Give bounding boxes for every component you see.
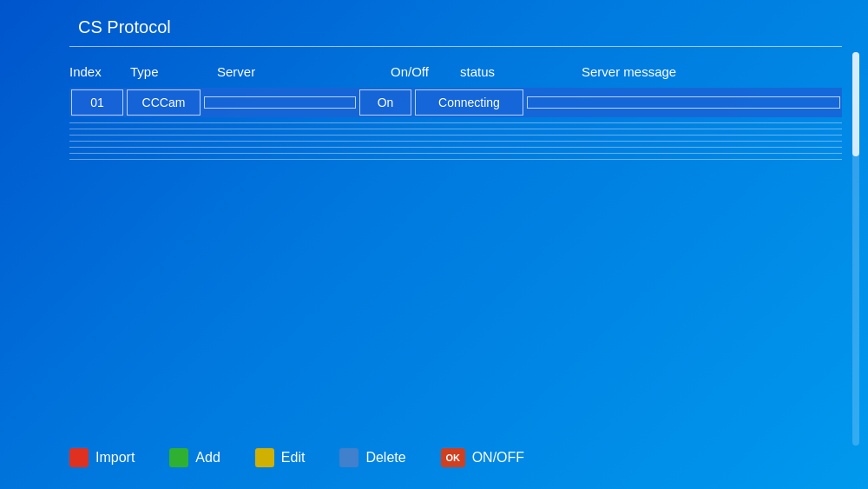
col-header-server: Server (217, 64, 391, 79)
col-header-onoff: On/Off (391, 64, 460, 79)
cell-type-1: CCCam (127, 89, 201, 116)
row-selected-bg: 01 CCCam On Connecting (69, 88, 842, 117)
delete-button[interactable]: Delete (339, 448, 405, 467)
scrollbar[interactable] (852, 52, 859, 446)
edit-button[interactable]: Edit (255, 448, 306, 467)
divider-row-6 (69, 147, 842, 148)
delete-icon (339, 448, 358, 467)
cell-index-1: 01 (71, 89, 123, 116)
cell-status-1: Connecting (415, 89, 523, 116)
cell-server-1 (204, 96, 356, 109)
cell-message-1 (527, 96, 840, 109)
page-title: CS Protocol (69, 17, 171, 36)
add-icon (169, 448, 188, 467)
col-header-index: Index (69, 64, 130, 79)
divider-row-7 (69, 153, 842, 154)
onoff-button[interactable]: OK ON/OFF (441, 448, 524, 467)
divider-row-4 (69, 135, 842, 135)
add-button[interactable]: Add (169, 448, 220, 467)
import-button[interactable]: Import (69, 448, 135, 467)
divider-row-3 (69, 129, 842, 129)
col-header-status: status (460, 64, 582, 79)
page-container: CS Protocol Index Type Server On/Off sta… (0, 0, 868, 489)
import-icon (69, 448, 89, 467)
col-header-message: Server message (582, 64, 842, 79)
edit-label: Edit (281, 450, 306, 466)
table-container: Index Type Server On/Off status Server m… (69, 60, 842, 160)
footer: Import Add Edit Delete OK ON/OFF (69, 448, 842, 467)
divider-row-2 (69, 122, 842, 123)
title-bar: CS Protocol (69, 17, 842, 47)
col-header-type: Type (130, 64, 217, 79)
onoff-label: ON/OFF (472, 450, 524, 466)
cell-onoff-1: On (359, 89, 411, 116)
divider-row-8 (69, 159, 842, 160)
add-label: Add (195, 450, 220, 466)
table-row[interactable]: 01 CCCam On Connecting (69, 88, 842, 117)
ok-icon: OK (441, 448, 465, 467)
delete-label: Delete (365, 450, 405, 466)
scrollbar-thumb (852, 52, 859, 156)
divider-row-5 (69, 141, 842, 142)
table-header: Index Type Server On/Off status Server m… (69, 60, 842, 83)
edit-icon (255, 448, 274, 467)
import-label: Import (95, 450, 135, 466)
